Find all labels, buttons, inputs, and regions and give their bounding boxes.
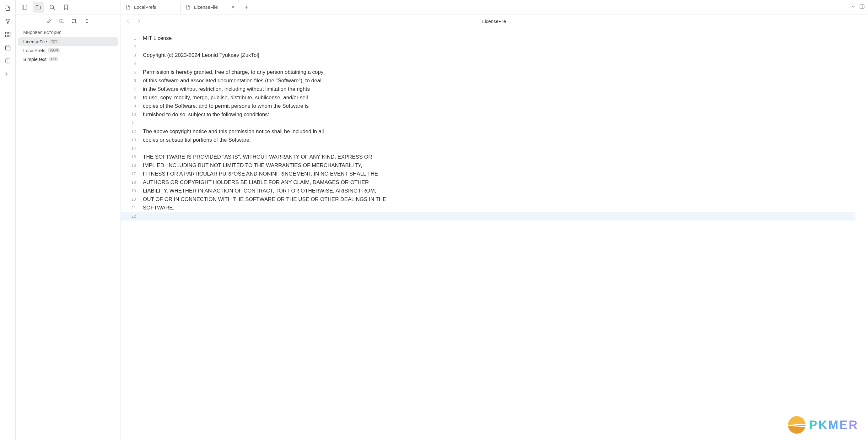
line-number: 7 (121, 85, 143, 93)
editor-line[interactable]: 4 (121, 59, 856, 68)
bookmark-icon[interactable] (60, 2, 71, 13)
file-ext-badge: JSON (48, 48, 60, 53)
svg-point-2 (7, 22, 8, 23)
line-number: 18 (121, 178, 143, 186)
search-icon[interactable] (46, 2, 58, 13)
graph-view-icon[interactable] (3, 17, 12, 26)
editor-line[interactable]: 12 The above copyright notice and this p… (121, 127, 856, 136)
editor-line[interactable]: 14 (121, 144, 856, 153)
svg-rect-7 (5, 46, 10, 50)
editor-line[interactable]: 6 of this software and associated docume… (121, 76, 856, 85)
command-palette-icon[interactable] (3, 70, 12, 79)
line-number: 4 (121, 59, 143, 68)
line-text: AUTHORS OR COPYRIGHT HOLDERS BE LIABLE F… (143, 178, 369, 186)
sort-icon[interactable] (71, 18, 78, 25)
line-number: 12 (121, 127, 143, 136)
line-text: Permission is hereby granted, free of ch… (143, 68, 324, 76)
file-name: LicenseFile (23, 39, 47, 44)
file-ext-badge: TXT (49, 57, 58, 61)
line-text: The above copyright notice and this perm… (143, 127, 324, 136)
line-text: copies of the Software, and to permit pe… (143, 102, 309, 110)
files-icon[interactable] (33, 2, 44, 13)
tab-label: LocalPrefs (134, 4, 176, 10)
new-tab-button[interactable] (240, 0, 253, 14)
svg-rect-6 (8, 35, 10, 37)
line-number: 5 (121, 68, 143, 76)
line-number: 16 (121, 161, 143, 170)
line-number: 10 (121, 110, 143, 119)
sidebar-toggle-icon[interactable] (19, 2, 30, 13)
line-text: of this software and associated document… (143, 76, 321, 85)
line-text: MIT License (143, 34, 172, 42)
file-item-localprefs[interactable]: LocalPrefs JSON (18, 46, 118, 55)
view-title[interactable]: LicenseFile (145, 19, 843, 24)
line-number: 2 (121, 42, 143, 51)
editor-line[interactable]: 18 AUTHORS OR COPYRIGHT HOLDERS BE LIABL… (121, 178, 856, 186)
templates-icon[interactable] (3, 57, 12, 65)
editor[interactable]: 1 MIT License 2 3 Copyright (c) 2023-202… (121, 28, 868, 440)
editor-line[interactable]: 9 copies of the Software, and to permit … (121, 102, 856, 110)
line-text: to use, copy, modify, merge, publish, di… (143, 93, 308, 102)
tab-licensefile[interactable]: LicenseFile ✕ (181, 0, 240, 14)
svg-rect-4 (8, 32, 10, 34)
line-text: LIABILITY, WHETHER IN AN ACTION OF CONTR… (143, 186, 376, 195)
editor-line[interactable]: 13 copies or substantial portions of the… (121, 136, 856, 144)
nav-back-icon[interactable] (126, 18, 132, 24)
new-folder-icon[interactable] (58, 18, 65, 25)
svg-rect-12 (860, 5, 864, 8)
line-number: 20 (121, 195, 143, 204)
canvas-icon[interactable] (3, 30, 12, 39)
nav-forward-icon[interactable] (135, 18, 142, 24)
editor-line[interactable]: 3 Copyright (c) 2023-2024 Leonid Tyukaev… (121, 51, 856, 59)
editor-line[interactable]: 8 to use, copy, modify, merge, publish, … (121, 93, 856, 102)
line-number: 8 (121, 93, 143, 102)
new-note-icon[interactable] (46, 18, 53, 25)
tab-bar: LocalPrefs LicenseFile ✕ (121, 0, 868, 14)
editor-line[interactable]: 21 SOFTWARE. (121, 204, 856, 212)
svg-rect-5 (5, 35, 7, 37)
editor-line[interactable]: 2 (121, 42, 856, 51)
view-header: LicenseFile (121, 14, 868, 28)
line-number: 17 (121, 170, 143, 178)
tab-localprefs[interactable]: LocalPrefs (121, 0, 181, 14)
line-number: 11 (121, 119, 143, 127)
line-number: 1 (121, 34, 143, 42)
right-sidebar-toggle-icon[interactable] (859, 4, 865, 10)
svg-rect-9 (6, 59, 10, 63)
line-text: Copyright (c) 2023-2024 Leonid Tyukaev [… (143, 51, 259, 59)
collapse-icon[interactable] (84, 18, 90, 25)
vault-title[interactable]: Мировая история (16, 28, 121, 37)
file-explorer: Мировая история LicenseFile TXT LocalPre… (16, 14, 121, 440)
topbar: LocalPrefs LicenseFile ✕ (16, 0, 868, 14)
file-item-licensefile[interactable]: LicenseFile TXT (18, 37, 118, 46)
daily-notes-icon[interactable] (3, 43, 12, 52)
file-name: Simple text (23, 57, 46, 62)
line-text: IMPLIED, INCLUDING BUT NOT LIMITED TO TH… (143, 161, 362, 170)
file-ext-badge: TXT (50, 39, 59, 43)
editor-line[interactable]: 20 OUT OF OR IN CONNECTION WITH THE SOFT… (121, 195, 856, 204)
line-number: 3 (121, 51, 143, 59)
svg-rect-10 (22, 5, 27, 9)
editor-line[interactable]: 11 (121, 119, 856, 127)
editor-line[interactable]: 17 FITNESS FOR A PARTICULAR PURPOSE AND … (121, 170, 856, 178)
close-icon[interactable]: ✕ (230, 5, 236, 10)
line-text: in the Software without restriction, inc… (143, 85, 310, 93)
line-text: copies or substantial portions of the So… (143, 136, 251, 144)
line-text: OUT OF OR IN CONNECTION WITH THE SOFTWAR… (143, 195, 386, 204)
editor-line[interactable]: 5 Permission is hereby granted, free of … (121, 68, 856, 76)
editor-line[interactable]: 19 LIABILITY, WHETHER IN AN ACTION OF CO… (121, 186, 856, 195)
editor-line[interactable]: 22 (121, 212, 856, 221)
line-number: 14 (121, 144, 143, 153)
quick-switcher-icon[interactable] (3, 4, 12, 12)
svg-rect-8 (6, 59, 10, 63)
editor-line[interactable]: 16 IMPLIED, INCLUDING BUT NOT LIMITED TO… (121, 161, 856, 170)
file-item-simple-text[interactable]: Simple text TXT (18, 55, 118, 63)
left-rail (0, 0, 16, 440)
tab-dropdown-icon[interactable] (850, 4, 856, 10)
line-number: 21 (121, 204, 143, 212)
editor-line[interactable]: 7 in the Software without restriction, i… (121, 85, 856, 93)
editor-line[interactable]: 10 furnished to do so, subject to the fo… (121, 110, 856, 119)
file-icon (125, 4, 131, 10)
editor-line[interactable]: 1 MIT License (121, 34, 856, 42)
editor-line[interactable]: 15 THE SOFTWARE IS PROVIDED "AS IS", WIT… (121, 153, 856, 161)
